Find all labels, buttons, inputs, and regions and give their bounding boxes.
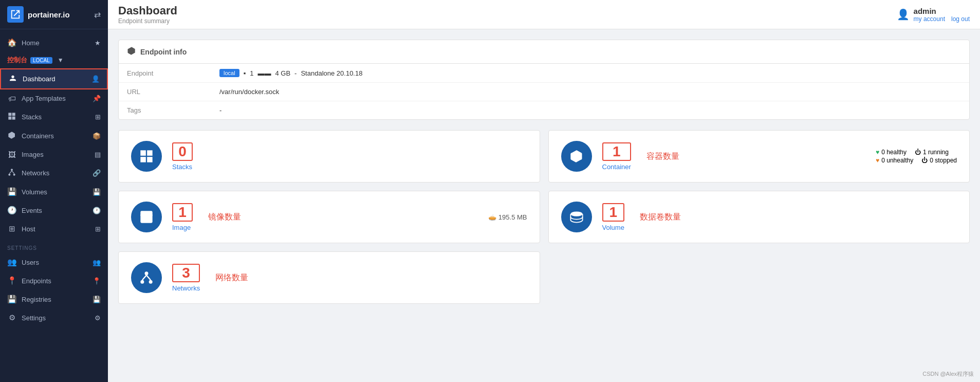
networks-icon [7, 168, 16, 178]
svg-rect-10 [140, 150, 146, 156]
topbar-links: my account log out [914, 15, 970, 23]
sidebar-item-volumes[interactable]: 💾 Volumes 💾 [0, 183, 108, 201]
sidebar-item-events[interactable]: 🕐 Events 🕐 [0, 201, 108, 220]
stacks-stat-info: 0 Stacks [172, 142, 193, 171]
log-out-link[interactable]: log out [951, 15, 970, 23]
svg-rect-13 [147, 157, 153, 162]
svg-rect-11 [147, 150, 153, 156]
containers-icon [7, 131, 16, 141]
containers-label: Container [602, 163, 631, 171]
url-row-label: URL [119, 83, 211, 101]
events-icon: 🕐 [7, 206, 16, 215]
endpoint-separator: - [294, 69, 297, 77]
topbar: Dashboard Endpoint summary 👤 admin my ac… [108, 0, 980, 29]
app-templates-nav-icon: 📌 [93, 95, 101, 102]
users-nav-icon: 👥 [93, 259, 101, 266]
volumes-count: 1 [602, 203, 624, 222]
table-row: Endpoint local ▪ 1 ▬▬ 4 GB - Standalone … [119, 64, 969, 83]
containers-health-info: ♥ 0 healthy ⏻ 1 running ♥ 0 unhealthy ⏻ … [876, 149, 957, 164]
endpoint-cpu-count: 1 [250, 69, 253, 77]
networks-side-label: 网络数量 [215, 272, 248, 283]
containers-side-label: 容器数量 [646, 151, 679, 162]
svg-line-22 [146, 275, 151, 280]
volumes-stat-card[interactable]: 1 Volume 数据卷数量 [548, 191, 970, 243]
svg-point-23 [570, 212, 582, 216]
sidebar-item-endpoints-label: Endpoints [22, 277, 51, 285]
sidebar-item-dashboard-label: Dashboard [23, 75, 56, 83]
networks-nav-icon: 🔗 [93, 169, 101, 177]
portainer-logo-icon [7, 6, 24, 23]
sidebar-item-host-label: Host [22, 225, 35, 233]
unhealthy-heart-icon: ♥ [876, 157, 879, 164]
sidebar-item-app-templates[interactable]: 🏷 App Templates 📌 [0, 89, 108, 107]
containers-nav-icon: 📦 [93, 132, 101, 140]
images-icon: 🖼 [7, 150, 16, 159]
dashboard-content: Endpoint info Endpoint local ▪ 1 ▬▬ 4 GB… [108, 29, 980, 382]
transfer-icon: ⇄ [94, 10, 101, 20]
sidebar-logo[interactable]: portainer.io ⇄ [0, 0, 108, 29]
sidebar-item-dashboard[interactable]: Dashboard 👤 [0, 68, 108, 89]
endpoints-icon: 📍 [7, 276, 16, 285]
sidebar-item-containers[interactable]: Containers 📦 [0, 126, 108, 145]
app-templates-icon: 🏷 [7, 94, 16, 103]
home-icon: 🏠 [7, 38, 16, 47]
table-row: URL /var/run/docker.sock [119, 83, 969, 101]
sidebar-item-users-label: Users [22, 259, 39, 266]
stacks-label: Stacks [172, 163, 193, 171]
stacks-count: 0 [172, 142, 193, 161]
sidebar: portainer.io ⇄ 🏠 Home ★ 控制台 LOCAL ▼ Dash… [0, 0, 108, 382]
host-nav-icon: ⊞ [95, 225, 101, 233]
images-stat-info: 1 Image [172, 203, 193, 231]
endpoint-row-label: Endpoint [119, 64, 211, 83]
endpoint-info-header: Endpoint info [119, 40, 969, 64]
pie-icon: 🥧 [488, 213, 496, 221]
endpoint-arrow: ▼ [58, 57, 64, 64]
sidebar-item-stacks[interactable]: Stacks ⊞ [0, 107, 108, 126]
healthy-heart-icon: ♥ [876, 149, 879, 156]
sidebar-item-networks-label: Networks [22, 169, 49, 177]
stacks-icon-circle [131, 141, 162, 172]
stacks-icon [7, 112, 16, 122]
main-content: Dashboard Endpoint summary 👤 admin my ac… [108, 0, 980, 382]
my-account-link[interactable]: my account [914, 15, 945, 23]
healthy-label: 0 healthy [881, 149, 907, 156]
containers-stat-card[interactable]: 1 Container 容器数量 ♥ 0 healthy ⏻ 1 running… [548, 130, 970, 183]
endpoint-info-card: Endpoint info Endpoint local ▪ 1 ▬▬ 4 GB… [118, 40, 970, 120]
sidebar-item-host[interactable]: ⊞ Host ⊞ [0, 220, 108, 238]
sidebar-item-networks[interactable]: Networks 🔗 [0, 163, 108, 183]
sidebar-item-endpoints[interactable]: 📍 Endpoints 📍 [0, 271, 108, 290]
running-icon: ⏻ [915, 149, 921, 156]
table-row: Tags - [119, 101, 969, 120]
volumes-icon: 💾 [7, 187, 16, 196]
svg-point-18 [145, 271, 149, 275]
healthy-row: ♥ 0 healthy ⏻ 1 running [876, 149, 957, 156]
sidebar-endpoint: 控制台 LOCAL ▼ [0, 52, 108, 68]
sidebar-item-settings[interactable]: ⚙ Settings ⚙ [0, 308, 108, 327]
svg-point-19 [140, 280, 144, 284]
endpoint-cpu-icon: ▪ [244, 69, 246, 77]
images-size-value: 195.5 MB [498, 213, 527, 221]
registries-icon: 💾 [7, 295, 16, 304]
sidebar-item-home[interactable]: 🏠 Home ★ [0, 33, 108, 52]
volumes-nav-icon: 💾 [93, 188, 101, 196]
images-stat-card[interactable]: 1 Image 镜像数量 🥧 195.5 MB [118, 191, 540, 243]
networks-stat-card[interactable]: 3 Networks 网络数量 [118, 251, 540, 304]
page-subtitle: Endpoint summary [118, 17, 177, 25]
sidebar-item-registries[interactable]: 💾 Registries 💾 [0, 290, 108, 308]
tags-row-value: - [211, 101, 969, 120]
images-side-label: 镜像数量 [208, 212, 241, 223]
endpoint-label: 控制台 [7, 56, 27, 65]
sidebar-item-containers-label: Containers [22, 132, 54, 140]
endpoint-badge: LOCAL [30, 57, 52, 64]
sidebar-item-events-label: Events [22, 207, 42, 214]
stacks-stat-card[interactable]: 0 Stacks [118, 130, 540, 183]
sidebar-item-images[interactable]: 🖼 Images ▤ [0, 145, 108, 163]
svg-rect-12 [140, 157, 146, 162]
topbar-user-area: 👤 admin my account log out [897, 7, 970, 23]
svg-rect-17 [146, 217, 150, 220]
volumes-stat-info: 1 Volume [602, 203, 624, 231]
users-icon: 👥 [7, 258, 16, 267]
dashboard-icon [8, 74, 17, 84]
sidebar-item-users[interactable]: 👥 Users 👥 [0, 253, 108, 271]
settings-icon: ⚙ [7, 313, 16, 322]
